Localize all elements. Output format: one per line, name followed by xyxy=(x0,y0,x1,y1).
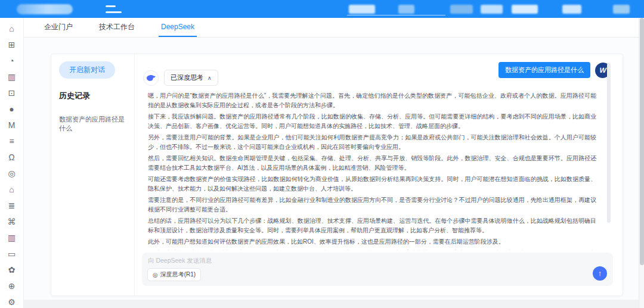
message-input[interactable] xyxy=(148,257,478,267)
blurred-nav-item[interactable] xyxy=(613,5,630,14)
thought-toggle-button[interactable]: 已深度思考 ∧ xyxy=(164,70,218,86)
blurred-nav-item[interactable] xyxy=(349,5,375,14)
history-list: 数据资产的应用路径是什么 xyxy=(59,115,126,133)
tab-tech-workbench[interactable]: 技术工作台 xyxy=(97,18,137,37)
settings-gear-icon[interactable]: ⚙ xyxy=(7,298,17,306)
blurred-nav-item[interactable] xyxy=(450,5,473,14)
menu-lines-icon[interactable]: ≣ xyxy=(7,201,17,210)
thinking-paragraph: 需要注意的是，不同行业的应用路径可能有差异，比如金融行业和制造业的数据应用方向不… xyxy=(148,195,596,214)
org-grid-icon[interactable]: ⊞ xyxy=(7,41,17,49)
conversation-panel: 开启新对话 历史记录 数据资产的应用路径是什么 xyxy=(51,54,135,295)
thinking-paragraph: 接下来，我应该拆解问题。数据资产的应用路径通常有几个阶段，比如数据的收集、存储、… xyxy=(148,112,596,131)
thinking-paragraph: 总结的话，应用路径可以分为以下几个步骤：战略规划、数据治理、技术支撑、应用场景构… xyxy=(148,216,596,235)
user-message-row: 数据资产的应用路径是什么 W xyxy=(499,62,611,78)
top-header xyxy=(0,0,644,18)
dark-app-icon[interactable]: ● xyxy=(7,105,17,113)
app-logo xyxy=(17,4,73,14)
list-icon[interactable]: ≡ xyxy=(7,137,17,145)
deep-think-icon: ◎ xyxy=(153,272,158,278)
barcode-alt-icon[interactable]: ▥ xyxy=(7,234,17,242)
user-message-bubble: 数据资产的应用路径是什么 xyxy=(499,62,590,78)
arrow-up-icon: ↑ xyxy=(598,269,602,278)
chat-area: 数据资产的应用路径是什么 W 已深度思考 ∧ xyxy=(135,54,623,295)
pie-chart-icon[interactable]: ◔ xyxy=(7,57,17,65)
thinking-content: 嗯，用户问的是“数据资产的应用路径是什么”，我需要先理解这个问题。首先，确定他们… xyxy=(148,91,596,250)
tab-enterprise-portal[interactable]: 企业门户 xyxy=(42,18,75,37)
page-scrollbar[interactable] xyxy=(639,18,644,308)
tab-deepseek[interactable]: DeepSeek xyxy=(159,18,197,37)
barcode-icon[interactable]: ▥ xyxy=(7,73,17,81)
page-scrollbar-thumb[interactable] xyxy=(640,18,644,265)
chat-scrollbar[interactable] xyxy=(607,63,611,223)
user-icon[interactable]: Ω xyxy=(7,153,17,161)
message-list: 数据资产的应用路径是什么 W 已深度思考 ∧ xyxy=(135,54,623,250)
folder-icon[interactable]: ▭ xyxy=(7,250,17,258)
home-icon[interactable]: ⌂ xyxy=(7,24,17,33)
thinking-paragraph: 最后，应该提醒注意的法律法规，比如数据安全法、个人信息保护法，确保应用的合规性。… xyxy=(148,248,596,250)
chevron-up-icon: ∧ xyxy=(208,75,212,81)
thinking-paragraph: 此外，可能用户想知道如何评估数据资产的应用效果，比如ROI、效率提升指标，这也是… xyxy=(148,237,596,247)
history-title: 历史记录 xyxy=(59,91,126,101)
main-area: 开启新对话 历史记录 数据资产的应用路径是什么 数据资产的应用路径是什么 W xyxy=(24,38,644,308)
deep-think-r1-button[interactable]: ◎ 深度思考(R1) xyxy=(147,268,201,281)
deep-think-label: 深度思考(R1) xyxy=(160,270,196,279)
blurred-nav-item[interactable] xyxy=(398,5,414,14)
thought-toggle-label: 已深度思考 xyxy=(171,73,203,82)
blurred-nav-item[interactable] xyxy=(481,5,503,14)
history-item[interactable]: 数据资产的应用路径是什么 xyxy=(59,115,126,133)
thinking-paragraph: 另外，需要注意用户可能的背景。如果是企业用户，他们可能关注如何利用数据资产提高竞… xyxy=(148,133,596,152)
thinking-paragraph: 然后，需要回忆相关知识。数据生命周期管理是关键，包括采集、存储、处理、分析、共享… xyxy=(148,154,596,173)
tab-bar: 企业门户 技术工作台 DeepSeek xyxy=(24,18,644,38)
menu-toggle-icon[interactable] xyxy=(106,5,122,14)
flower-icon[interactable]: ✿ xyxy=(7,266,17,274)
thinking-paragraph: 可能还需要考虑数据资产的价值实现路径，比如数据如何转化为商业价值，从原始数据到分… xyxy=(148,175,596,194)
send-button[interactable]: ↑ xyxy=(593,266,607,281)
thinking-paragraph: 嗯，用户问的是“数据资产的应用路径是什么”，我需要先理解这个问题。首先，确定他们… xyxy=(148,91,596,110)
nav-underline xyxy=(347,15,445,15)
deepseek-whale-icon xyxy=(143,70,159,86)
shield-icon[interactable]: ◎ xyxy=(7,169,17,178)
media-icon[interactable]: ⊡ xyxy=(7,89,17,97)
blurred-nav-item[interactable] xyxy=(562,5,581,14)
sitemap-icon[interactable]: ⌘ xyxy=(7,217,17,226)
globe-icon[interactable]: ⊕ xyxy=(7,282,17,290)
footer-strip xyxy=(24,300,644,308)
icon-sidebar: ⌂ ⊞ ◔ ▥ ⊡ ● M ≡ Ω ◎ ⌂ ≣ ⌘ ▥ ▭ ✿ ⊕ ⚙ xyxy=(0,18,24,308)
home-alt-icon[interactable]: ⌂ xyxy=(7,185,17,194)
letter-m-icon[interactable]: M xyxy=(7,121,17,129)
blurred-nav-item[interactable] xyxy=(512,5,538,14)
new-chat-button[interactable]: 开启新对话 xyxy=(59,61,115,79)
deepseek-chat-card: 开启新对话 历史记录 数据资产的应用路径是什么 数据资产的应用路径是什么 W xyxy=(51,54,623,296)
message-input-box: ◎ 深度思考(R1) ↑ xyxy=(142,253,613,286)
